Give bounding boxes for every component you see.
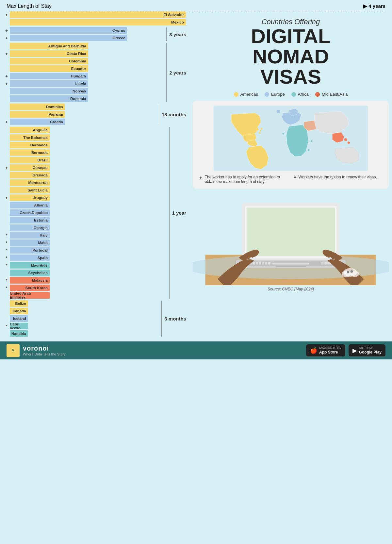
bracket-3yr: 3 years bbox=[166, 27, 186, 42]
svg-rect-26 bbox=[265, 262, 267, 264]
svg-point-36 bbox=[342, 271, 351, 277]
bars-2yr: Antigua and Barbuda+Costa RicaColombiaEc… bbox=[3, 42, 166, 103]
bar-row: Mexico bbox=[3, 19, 186, 26]
bar-row: +Hungary bbox=[3, 73, 166, 80]
bar-row: +Uruguay bbox=[3, 194, 169, 201]
legend-dot bbox=[315, 92, 320, 97]
legend: AmericasEuropeAfricaMid East/Asia bbox=[193, 92, 389, 97]
info-column: Countries Offering DIGITAL NOMAD VISAS A… bbox=[189, 11, 389, 338]
bar-wrapper: South Korea bbox=[10, 285, 169, 291]
bar-prefix: + bbox=[3, 165, 10, 170]
svg-rect-34 bbox=[275, 266, 306, 267]
google-play-name: Google Play bbox=[359, 350, 382, 355]
bar-wrapper: Estonia bbox=[10, 217, 169, 223]
app-store-button[interactable]: 🍎 Download on the App Store bbox=[306, 344, 345, 356]
bar-fill: El Salvador bbox=[10, 11, 186, 18]
bars-18m: DominicaPanama+Croatia bbox=[3, 103, 159, 126]
content-area: +El SalvadorMexico +Cyprus+Greece 3 year… bbox=[0, 11, 392, 338]
legend-item: Europe bbox=[265, 92, 285, 97]
world-map-svg bbox=[198, 106, 384, 171]
bar-wrapper: Grenada bbox=[10, 172, 169, 178]
bar-row: *South Korea bbox=[3, 284, 169, 291]
bar-wrapper: Greece bbox=[10, 35, 166, 41]
bar-prefix: * bbox=[3, 240, 10, 245]
header: Max Length of Stay ▶ 4 years bbox=[0, 0, 392, 11]
bracket-1yr: 1 year bbox=[169, 126, 186, 299]
label-2yr: 2 years bbox=[167, 70, 186, 75]
legend-item: Mid East/Asia bbox=[315, 92, 348, 97]
svg-point-10 bbox=[348, 141, 350, 144]
brand-tagline: Where Data Tells the Story bbox=[23, 352, 66, 356]
brand-text: voronoi Where Data Tells the Story bbox=[23, 345, 66, 356]
bar-fill: Spain bbox=[10, 255, 50, 261]
bar-fill: The Bahamas bbox=[10, 134, 50, 141]
bar-wrapper: Mauritius bbox=[10, 262, 169, 269]
bar-wrapper: Dominica bbox=[10, 104, 159, 110]
google-play-button[interactable]: ▶ GET IT ON Google Play bbox=[349, 344, 385, 356]
max-stay-label: Max Length of Stay bbox=[7, 3, 52, 9]
bar-fill: Estonia bbox=[10, 217, 50, 223]
bar-row: Dominica bbox=[3, 103, 159, 110]
bars-1yr: AnguillaThe BahamasBarbadosBermudaBrazil… bbox=[3, 126, 169, 299]
legend-dot bbox=[291, 92, 296, 97]
bar-prefix: + bbox=[3, 195, 10, 200]
bracket-4yr bbox=[186, 11, 186, 26]
legend-dot bbox=[265, 92, 269, 97]
bar-row: Czech Republic bbox=[3, 209, 169, 216]
bar-wrapper: Curaçao bbox=[10, 164, 169, 171]
svg-point-2 bbox=[260, 130, 261, 132]
svg-point-5 bbox=[276, 110, 280, 113]
bar-wrapper: Latvia bbox=[10, 80, 166, 87]
bar-fill: Saint Lucia bbox=[10, 187, 50, 193]
bar-prefix: * bbox=[3, 278, 10, 283]
group-2yr: Antigua and Barbuda+Costa RicaColombiaEc… bbox=[3, 42, 186, 103]
note-renew: * Workers have the option to renew their… bbox=[294, 175, 382, 184]
notes: + The worker has to apply for an extensi… bbox=[198, 175, 384, 184]
bar-prefix: + bbox=[3, 81, 10, 86]
bar-wrapper: Belize bbox=[10, 300, 161, 307]
bar-prefix: * bbox=[3, 324, 10, 329]
bar-row: Seychelles bbox=[3, 269, 169, 276]
bar-fill: Mauritius bbox=[10, 262, 50, 269]
bar-wrapper: Saint Lucia bbox=[10, 187, 169, 193]
bar-row: *Italy bbox=[3, 232, 169, 239]
app-store-name: App Store bbox=[319, 350, 341, 355]
bar-fill: Georgia bbox=[10, 224, 50, 231]
svg-rect-29 bbox=[321, 262, 323, 264]
bars-6m: BelizeCanadaIceland*Cape VerdeNamibia bbox=[3, 300, 161, 338]
bar-wrapper: Czech Republic bbox=[10, 209, 169, 216]
bar-wrapper: Barbados bbox=[10, 142, 169, 148]
title-block: Countries Offering DIGITAL NOMAD VISAS bbox=[193, 18, 389, 87]
svg-point-6 bbox=[308, 149, 309, 151]
bar-prefix: + bbox=[3, 120, 10, 124]
bar-prefix: + bbox=[3, 12, 10, 17]
bar-prefix: * bbox=[3, 286, 10, 290]
bar-fill: Panama bbox=[10, 111, 65, 118]
bar-fill: Iceland bbox=[10, 315, 28, 322]
chart-column: +El SalvadorMexico +Cyprus+Greece 3 year… bbox=[3, 11, 186, 338]
title-line2: NOMAD bbox=[193, 46, 389, 67]
bar-row: United Arab Emirates bbox=[3, 292, 169, 299]
bar-row: The Bahamas bbox=[3, 134, 169, 141]
bar-row: +Latvia bbox=[3, 80, 166, 87]
bar-fill: Cyprus bbox=[10, 27, 127, 34]
bar-prefix: * bbox=[3, 256, 10, 260]
svg-point-9 bbox=[344, 138, 347, 141]
legend-label: Africa bbox=[298, 92, 309, 97]
footer-brand: V voronoi Where Data Tells the Story bbox=[7, 344, 66, 357]
bar-fill: Belize bbox=[10, 300, 28, 307]
bar-fill: Brazil bbox=[10, 157, 50, 163]
bar-row: Namibia bbox=[3, 330, 161, 337]
svg-rect-30 bbox=[324, 262, 327, 264]
map-card: + The worker has to apply for an extensi… bbox=[193, 101, 389, 189]
bar-row: Norway bbox=[3, 88, 166, 95]
google-play-label: GET IT ON bbox=[359, 346, 382, 350]
bar-row: Colombia bbox=[3, 58, 166, 65]
bar-row: +Croatia bbox=[3, 118, 159, 125]
svg-rect-23 bbox=[256, 262, 258, 264]
footer: V voronoi Where Data Tells the Story 🍎 D… bbox=[0, 341, 392, 359]
bar-fill: Czech Republic bbox=[10, 209, 50, 216]
brand-name: voronoi bbox=[23, 345, 66, 352]
bar-row: Georgia bbox=[3, 224, 169, 231]
bar-prefix: + bbox=[3, 74, 10, 79]
